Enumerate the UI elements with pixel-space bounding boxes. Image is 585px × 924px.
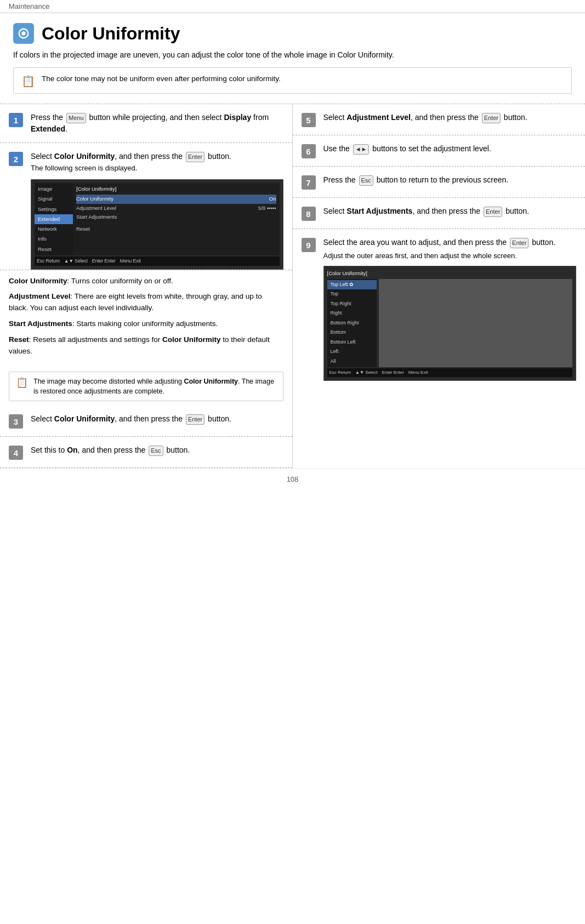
content-columns: 1 Press the Menu button while projecting… (0, 104, 585, 468)
step-7-content: Press the Esc button to return to the pr… (323, 174, 577, 186)
esc-button-s7: Esc (359, 175, 373, 186)
step-8-content: Select Start Adjustments, and then press… (323, 206, 577, 217)
menu-item-info: Info (35, 234, 73, 244)
menu-item-image: Image (35, 184, 73, 194)
breadcrumb-label: Maintenance (9, 2, 49, 10)
screen-row-al: Adjustment Level5/8 ▪▪▪▪▪ (76, 204, 276, 213)
menu-item-settings: Settings (35, 204, 73, 214)
step-1-number: 1 (9, 113, 23, 127)
screen2-layout: Top Left ✿ Top Top Right Right Bottom Ri… (327, 279, 573, 368)
screen-layout-1: Image Signal Settings Extended Network I… (35, 183, 280, 255)
enter-button-s5: Enter (482, 113, 501, 123)
enter-button-s3: Enter (186, 414, 205, 425)
step-3-content: Select Color Uniformity, and then press … (31, 413, 283, 425)
top-bar: Maintenance (0, 0, 585, 13)
step-6-number: 6 (302, 144, 316, 158)
screen-sim-2: [Color Uniformity] Top Left ✿ Top Top Ri… (323, 266, 577, 381)
step-3-row: 3 Select Color Uniformity, and then pres… (0, 406, 292, 437)
step-4-number: 4 (9, 446, 23, 460)
step-4-content: Set this to On, and then press the Esc b… (31, 444, 283, 456)
list-item-bottomright: Bottom Right (327, 318, 377, 328)
step-5-row: 5 Select Adjustment Level, and then pres… (293, 104, 586, 135)
list-item-topleft: Top Left ✿ (327, 280, 377, 290)
enter-button-s2: Enter (186, 152, 205, 162)
step-1-row: 1 Press the Menu button while projecting… (0, 104, 292, 143)
screen2-preview (379, 279, 573, 368)
intro-text: If colors in the projected image are une… (0, 49, 585, 67)
list-item-bottomleft: Bottom Left (327, 338, 377, 347)
step-9-content: Select the area you want to adjust, and … (323, 237, 577, 381)
desc-block: Color Uniformity: Turns color uniformity… (0, 270, 292, 368)
page-number: 108 (0, 468, 585, 490)
note-icon: 📋 (21, 75, 35, 88)
list-item-right: Right (327, 309, 377, 318)
step-7-number: 7 (302, 175, 316, 190)
desc-cu: Color Uniformity: Turns color uniformity… (9, 276, 283, 287)
step-5-number: 5 (302, 113, 316, 127)
page-icon (13, 23, 34, 44)
screen-panel-title: [Color Uniformity] (76, 185, 276, 193)
left-column: 1 Press the Menu button while projecting… (0, 104, 293, 468)
step-1-content: Press the Menu button while projecting, … (31, 112, 283, 135)
step-5-content: Select Adjustment Level, and then press … (323, 112, 577, 123)
list-item-topright: Top Right (327, 299, 377, 309)
screen-panel: [Color Uniformity] Color UniformityOn Ad… (73, 183, 280, 255)
screen2-header: [Color Uniformity] (327, 270, 573, 277)
svg-point-1 (21, 31, 25, 35)
step-8-number: 8 (302, 207, 316, 221)
screen-row-cu: Color UniformityOn (76, 195, 276, 203)
list-item-left: Left (327, 347, 377, 357)
note-text-top: The color tone may not be uniform even a… (42, 73, 281, 84)
step-2-number: 2 (9, 152, 23, 166)
color-uniformity-icon (18, 27, 30, 39)
screen2-list: Top Left ✿ Top Top Right Right Bottom Ri… (327, 279, 377, 368)
step-2-content: Select Color Uniformity, and then press … (31, 151, 283, 270)
desc-reset: Reset: Resets all adjustments and settin… (9, 334, 283, 357)
lr-button-s6: ◄► (353, 144, 370, 155)
step-4-row: 4 Set this to On, and then press the Esc… (0, 437, 292, 468)
step-6-row: 6 Use the ◄► buttons to set the adjustme… (293, 135, 586, 167)
desc-sa: Start Adjustments: Starts making color u… (9, 318, 283, 330)
note-box-bottom: 📋 The image may become distorted while a… (9, 372, 283, 401)
enter-button-s8: Enter (484, 207, 502, 217)
screen-row-sa: Start Adjustments (76, 213, 276, 221)
menu-item-network: Network (35, 224, 73, 234)
page-header: Color Uniformity (0, 13, 585, 49)
list-item-all: All (327, 357, 377, 367)
right-column: 5 Select Adjustment Level, and then pres… (293, 104, 586, 468)
screen-sim-1: Image Signal Settings Extended Network I… (31, 179, 283, 270)
step-8-row: 8 Select Start Adjustments, and then pre… (293, 198, 586, 229)
step-7-row: 7 Press the Esc button to return to the … (293, 167, 586, 198)
step-9-number: 9 (302, 238, 316, 252)
screen-row-reset: Reset (76, 225, 276, 233)
menu-button-icon: Menu (66, 113, 86, 123)
menu-item-reset: Reset (35, 244, 73, 254)
list-item-bottom: Bottom (327, 328, 377, 338)
small-note-icon: 📋 (16, 377, 28, 389)
small-note-text: The image may become distorted while adj… (33, 377, 276, 396)
list-item-top: Top (327, 289, 377, 299)
step-6-content: Use the ◄► buttons to set the adjustment… (323, 143, 577, 155)
menu-item-signal: Signal (35, 194, 73, 204)
screen2-footer: Esc Return ▲▼ Select Enter Enter Menu Ex… (327, 368, 573, 377)
menu-item-extended: Extended (35, 214, 73, 224)
step-9-row: 9 Select the area you want to adjust, an… (293, 229, 586, 389)
step-3-number: 3 (9, 414, 23, 429)
step-2-row: 2 Select Color Uniformity, and then pres… (0, 143, 292, 270)
enter-button-s9: Enter (510, 238, 529, 248)
note-box-top: 📋 The color tone may not be uniform even… (13, 67, 572, 94)
page-title: Color Uniformity (42, 24, 180, 44)
screen-menu: Image Signal Settings Extended Network I… (35, 183, 73, 255)
esc-button-s4: Esc (149, 446, 163, 456)
screen-footer-1: Esc Return ▲▼ Select Enter Enter Menu Ex… (35, 256, 280, 266)
desc-al: Adjustment Level: There are eight levels… (9, 291, 283, 314)
